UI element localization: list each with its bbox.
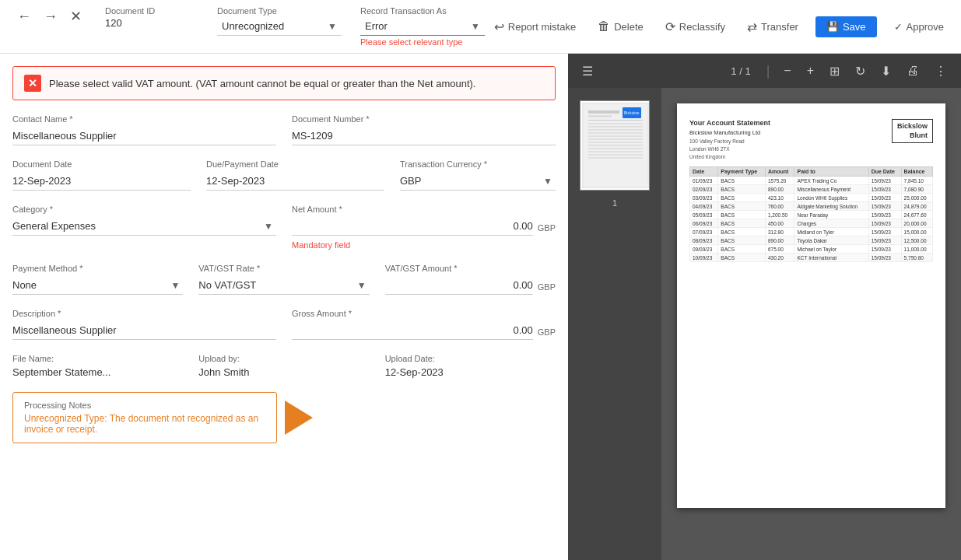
transfer-button[interactable]: ⇄ Transfer <box>742 16 803 37</box>
pdf-table-cell: 15/09/23 <box>868 219 901 228</box>
transfer-icon: ⇄ <box>747 19 757 34</box>
vat-gst-rate-select[interactable]: No VAT/GST5%10%20% <box>198 276 369 295</box>
save-button[interactable]: 💾 Save <box>815 16 877 37</box>
pdf-fit-page-button[interactable]: ⊞ <box>825 62 844 80</box>
net-amount-label: Net Amount * <box>292 205 556 214</box>
pdf-more-button[interactable]: ⋮ <box>930 62 952 80</box>
validation-error-text: Please select relevant type <box>360 37 485 47</box>
processing-notes-label: Processing Notes <box>24 401 265 410</box>
vat-gst-rate-wrapper: No VAT/GST5%10%20% ▼ <box>198 276 369 295</box>
upload-date-label: Upload Date: <box>385 354 556 363</box>
page-total: 1 <box>745 65 750 77</box>
thumb-placeholder: Bickslow <box>582 103 649 188</box>
pdf-table-cell: 01/09/23 <box>690 177 718 185</box>
pdf-table-cell: BACS <box>718 236 766 245</box>
transfer-label: Transfer <box>761 21 798 33</box>
reclassify-button[interactable]: ⟳ Reclassify <box>661 16 730 37</box>
transaction-currency-label: Transaction Currency * <box>400 159 556 169</box>
net-amount-input[interactable] <box>292 217 533 236</box>
pdf-col-amount: Amount <box>765 167 794 177</box>
pdf-thumbnail-sidebar: Bickslow 1 <box>568 88 661 560</box>
pdf-col-date: Date <box>690 167 718 177</box>
document-type-field: Document Type Unrecognized Invoice Recei… <box>217 6 342 36</box>
pdf-table-cell: BACS <box>718 219 766 228</box>
pdf-table-cell: BACS <box>718 245 766 254</box>
description-input[interactable] <box>12 321 276 340</box>
pdf-table-cell: Charges <box>794 219 868 228</box>
record-transaction-label: Record Transaction As <box>360 6 485 16</box>
payment-method-field: Payment Method * NoneBank TransferCashCr… <box>12 264 183 295</box>
delete-button[interactable]: 🗑 Delete <box>593 16 648 37</box>
pdf-brand: BickslowBlunt <box>892 119 933 143</box>
record-transaction-select[interactable]: Error Invoice Expense Ignore <box>360 17 485 36</box>
document-date-input[interactable] <box>12 172 191 191</box>
pdf-print-button[interactable]: 🖨 <box>902 62 924 79</box>
vat-gst-amount-input[interactable] <box>385 276 533 295</box>
vat-gst-rate-label: VAT/GST Rate * <box>198 264 369 273</box>
approve-button[interactable]: ✓ Approve <box>889 18 949 36</box>
pdf-table-cell: 08/09/23 <box>690 236 718 245</box>
document-date-label: Document Date <box>12 159 191 169</box>
contact-name-input[interactable] <box>12 127 276 145</box>
upload-by-value: John Smith <box>198 366 369 378</box>
upload-date-value: 12-Sep-2023 <box>385 366 556 378</box>
pdf-table-cell: 04/09/23 <box>690 202 718 211</box>
close-button[interactable]: ✕ <box>65 6 86 26</box>
document-type-select[interactable]: Unrecognized Invoice Receipt Credit Note <box>217 17 342 36</box>
pdf-table-row: 08/09/23BACS890.00Toyota Dakar15/09/2312… <box>690 236 933 245</box>
file-name-value: September Stateme... <box>12 366 183 378</box>
record-transaction-wrapper: Error Invoice Expense Ignore ▼ <box>360 17 485 36</box>
pdf-table-cell: BACS <box>718 185 766 194</box>
pdf-toolbar: ☰ 1 / 1 | − + ⊞ ↻ ⬇ 🖨 ⋮ <box>568 54 961 88</box>
pdf-table-cell: 1575.20 <box>765 177 794 185</box>
pdf-rotate-button[interactable]: ↻ <box>851 62 870 80</box>
toolbar-divider: | <box>763 63 773 79</box>
svg-rect-2 <box>588 115 612 117</box>
pdf-table-cell: 24,677.60 <box>901 211 932 219</box>
svg-rect-13 <box>588 151 643 152</box>
pdf-thumbnail-1[interactable]: Bickslow <box>580 100 650 191</box>
document-id-label: Document ID <box>105 6 198 16</box>
upload-by-field: Upload by: John Smith <box>198 354 369 378</box>
pdf-table-cell: BACS <box>718 202 766 211</box>
pdf-table-cell: 15/09/23 <box>868 245 901 254</box>
pdf-table-cell: 1,200.50 <box>765 211 794 219</box>
pdf-doc-title-block: Your Account Statement Bickslow Manufact… <box>689 119 770 160</box>
pdf-table-cell: BACS <box>718 177 766 185</box>
report-mistake-icon: ↩ <box>494 19 504 34</box>
pdf-table-cell: 675.00 <box>765 245 794 254</box>
error-icon: ✕ <box>24 75 41 92</box>
net-amount-field: Net Amount * GBP Mandatory field <box>292 205 556 250</box>
pdf-table-cell: 760.00 <box>765 202 794 211</box>
nav-back-button[interactable]: ← <box>12 6 36 26</box>
approve-icon: ✓ <box>894 21 903 33</box>
pdf-table-cell: 07/09/23 <box>690 228 718 236</box>
category-select[interactable]: General ExpensesTravelOffice Supplies <box>12 217 276 236</box>
pdf-zoom-out-button[interactable]: − <box>779 62 795 79</box>
payment-method-select[interactable]: NoneBank TransferCashCredit Card <box>12 276 183 295</box>
pdf-table-cell: 03/09/23 <box>690 194 718 202</box>
form-area: ✕ Please select valid VAT amount. (VAT a… <box>0 54 568 560</box>
pdf-menu-button[interactable]: ☰ <box>577 62 598 80</box>
reclassify-label: Reclassify <box>679 21 725 33</box>
gross-amount-input[interactable] <box>292 321 533 340</box>
nav-forward-button[interactable]: → <box>39 6 62 26</box>
svg-rect-3 <box>588 120 643 121</box>
pdf-table-cell: 25,000.00 <box>901 194 932 202</box>
pdf-zoom-in-button[interactable]: + <box>802 62 819 79</box>
pdf-table-cell: 15/09/23 <box>868 236 901 245</box>
pdf-table-cell: 20,000.00 <box>901 219 932 228</box>
pdf-table-row: 01/09/23BACS1575.20APEX Trading Co15/09/… <box>690 177 933 185</box>
pdf-download-button[interactable]: ⬇ <box>876 62 896 80</box>
net-amount-currency: GBP <box>538 223 556 236</box>
document-number-input[interactable] <box>292 127 556 145</box>
document-number-field: Document Number * <box>292 114 556 145</box>
due-payment-date-input[interactable] <box>206 172 384 191</box>
svg-rect-9 <box>588 138 643 140</box>
transaction-currency-select[interactable]: GBPUSDEUR <box>400 172 556 191</box>
processing-notes-text: Unrecognized Type: The document not reco… <box>24 413 265 435</box>
row-dates-currency: Document Date Due/Payment Date Transacti… <box>12 159 556 191</box>
pdf-table-row: 10/09/23BACS430.20KCT International15/09… <box>690 254 933 262</box>
description-label: Description * <box>12 309 276 318</box>
report-mistake-button[interactable]: ↩ Report mistake <box>489 16 580 37</box>
